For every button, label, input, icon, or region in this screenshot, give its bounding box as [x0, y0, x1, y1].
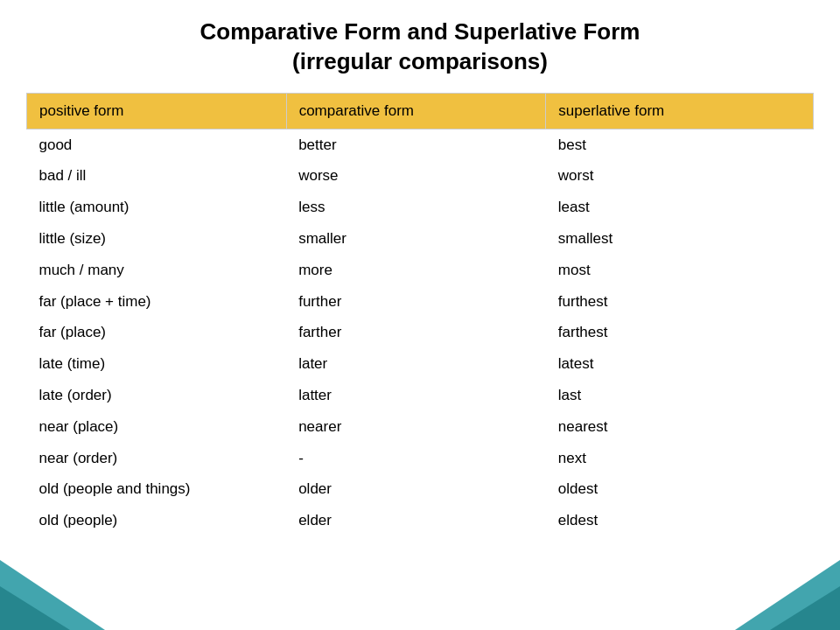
cell-positive: late (order)	[27, 380, 287, 411]
cell-positive: far (place)	[27, 317, 287, 348]
cell-positive: little (amount)	[27, 192, 287, 223]
cell-superlative: farthest	[546, 317, 814, 348]
cell-positive: much / many	[27, 255, 287, 286]
cell-positive: old (people)	[27, 505, 287, 536]
cell-comparative: nearer	[286, 411, 546, 443]
cell-positive: good	[27, 129, 287, 160]
comparison-table: positive form comparative form superlati…	[26, 93, 814, 536]
table-row: little (size)smallersmallest	[27, 223, 814, 255]
cell-comparative: smaller	[286, 223, 546, 255]
cell-comparative: less	[286, 192, 546, 223]
cell-comparative: worse	[286, 160, 546, 192]
table-row: much / manymoremost	[27, 255, 814, 286]
table-row: bad / illworseworst	[27, 160, 814, 192]
table-header-row: positive form comparative form superlati…	[27, 93, 814, 129]
corner-decoration-left	[0, 542, 105, 630]
cell-positive: late (time)	[27, 348, 287, 380]
cell-comparative: latter	[286, 380, 546, 411]
cell-superlative: furthest	[546, 286, 814, 318]
cell-comparative: better	[286, 129, 546, 160]
table-row: late (order)latterlast	[27, 380, 814, 411]
table-row: far (place)fartherfarthest	[27, 317, 814, 348]
cell-positive: near (order)	[27, 443, 287, 474]
cell-superlative: oldest	[546, 473, 814, 505]
cell-superlative: best	[546, 129, 814, 160]
header-comparative-form: comparative form	[286, 93, 546, 129]
cell-superlative: last	[546, 380, 814, 411]
table-row: far (place + time)furtherfurthest	[27, 286, 814, 318]
cell-comparative: further	[286, 286, 546, 318]
cell-comparative: -	[286, 443, 546, 474]
page-title: Comparative Form and Superlative Form (i…	[200, 18, 640, 77]
header-positive-form: positive form	[27, 93, 287, 129]
cell-comparative: later	[286, 348, 546, 380]
table-row: little (amount)lessleast	[27, 192, 814, 223]
table-row: old (people)eldereldest	[27, 505, 814, 536]
cell-comparative: older	[286, 473, 546, 505]
cell-positive: near (place)	[27, 411, 287, 443]
cell-superlative: most	[546, 255, 814, 286]
cell-positive: little (size)	[27, 223, 287, 255]
cell-comparative: elder	[286, 505, 546, 536]
cell-comparative: more	[286, 255, 546, 286]
cell-superlative: least	[546, 192, 814, 223]
cell-superlative: next	[546, 443, 814, 474]
table-row: late (time)laterlatest	[27, 348, 814, 380]
cell-superlative: eldest	[546, 505, 814, 536]
cell-positive: bad / ill	[27, 160, 287, 192]
cell-superlative: nearest	[546, 411, 814, 443]
cell-superlative: smallest	[546, 223, 814, 255]
cell-comparative: farther	[286, 317, 546, 348]
page-container: Comparative Form and Superlative Form (i…	[0, 0, 840, 630]
cell-superlative: latest	[546, 348, 814, 380]
table-row: goodbetterbest	[27, 129, 814, 160]
table-row: near (place)nearernearest	[27, 411, 814, 443]
table-row: near (order)-next	[27, 443, 814, 474]
cell-positive: far (place + time)	[27, 286, 287, 318]
header-superlative-form: superlative form	[546, 93, 814, 129]
table-row: old (people and things)olderoldest	[27, 473, 814, 505]
cell-superlative: worst	[546, 160, 814, 192]
cell-positive: old (people and things)	[27, 473, 287, 505]
corner-decoration-right	[735, 542, 840, 630]
